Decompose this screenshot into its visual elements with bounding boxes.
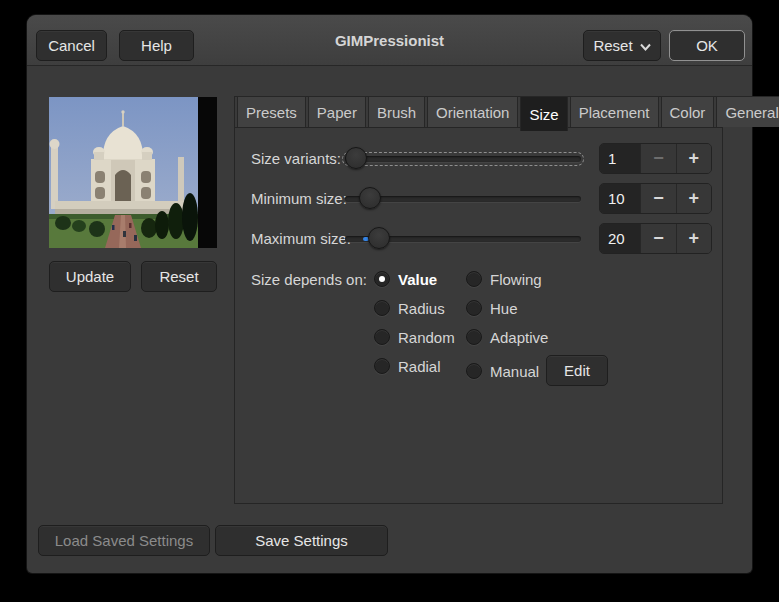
edit-button[interactable]: Edit — [546, 355, 608, 386]
radio-button-icon — [466, 363, 482, 379]
radio-flowing[interactable]: Flowing — [466, 269, 542, 289]
tab-placement[interactable]: Placement — [570, 96, 659, 127]
radio-button-icon — [374, 300, 390, 316]
preview-image — [49, 97, 217, 248]
minus-icon[interactable]: − — [640, 184, 675, 213]
radio-hue[interactable]: Hue — [466, 298, 518, 318]
tab-color[interactable]: Color — [661, 96, 715, 127]
settings-notebook: Presets Paper Brush Orientation Size Pla… — [234, 96, 723, 504]
radio-button-icon — [466, 271, 482, 287]
plus-icon[interactable]: + — [676, 144, 711, 173]
minus-icon[interactable]: − — [640, 144, 675, 173]
maximum-size-thumb[interactable] — [368, 227, 390, 249]
update-button[interactable]: Update — [49, 261, 131, 292]
maximum-size-value[interactable]: 20 — [600, 224, 640, 253]
minimum-size-value[interactable]: 10 — [600, 184, 640, 213]
minus-icon[interactable]: − — [640, 224, 675, 253]
radio-button-icon — [466, 329, 482, 345]
size-variants-thumb[interactable] — [345, 147, 367, 169]
radio-value[interactable]: Value — [374, 269, 437, 289]
reset-menu-button[interactable]: Reset — [583, 30, 661, 61]
maximum-size-label: Maximum size: — [251, 223, 351, 254]
help-button[interactable]: Help — [119, 30, 194, 61]
size-variants-spinbox: 1 − + — [599, 143, 712, 174]
radio-button-icon — [374, 329, 390, 345]
radio-radius[interactable]: Radius — [374, 298, 445, 318]
size-variants-slider[interactable] — [345, 143, 581, 174]
tab-paper[interactable]: Paper — [308, 96, 366, 127]
headerbar: GIMPressionist Cancel Help Reset OK — [27, 15, 752, 66]
plus-icon[interactable]: + — [676, 184, 711, 213]
radio-radial[interactable]: Radial — [374, 356, 441, 376]
save-settings-button[interactable]: Save Settings — [215, 525, 388, 556]
maximum-size-slider[interactable] — [345, 223, 581, 254]
focus-ring — [342, 152, 584, 166]
maximum-size-spinbox: 20 − + — [599, 223, 712, 254]
tab-bar: Presets Paper Brush Orientation Size Pla… — [235, 96, 722, 128]
cancel-button[interactable]: Cancel — [36, 30, 107, 61]
tab-size[interactable]: Size — [520, 96, 567, 131]
radio-random[interactable]: Random — [374, 327, 455, 347]
size-variants-label: Size variants: — [251, 143, 341, 174]
reset-menu-label: Reset — [593, 37, 632, 54]
radio-adaptive[interactable]: Adaptive — [466, 327, 548, 347]
radio-button-icon — [374, 358, 390, 374]
tab-orientation[interactable]: Orientation — [427, 96, 518, 127]
chevron-down-icon — [640, 37, 651, 54]
radio-button-icon — [466, 300, 482, 316]
preview-reset-button[interactable]: Reset — [141, 261, 217, 292]
tab-general[interactable]: General — [716, 96, 779, 127]
ok-button[interactable]: OK — [669, 30, 745, 61]
screen: GIMPressionist Cancel Help Reset OK — [0, 0, 779, 602]
minimum-size-thumb[interactable] — [359, 187, 381, 209]
minimum-size-spinbox: 10 − + — [599, 183, 712, 214]
gimpressionist-dialog: GIMPressionist Cancel Help Reset OK — [27, 15, 752, 573]
radio-manual[interactable]: Manual — [466, 361, 539, 381]
plus-icon[interactable]: + — [676, 224, 711, 253]
load-saved-settings-button[interactable]: Load Saved Settings — [38, 525, 210, 556]
minimum-size-slider[interactable] — [345, 183, 581, 214]
size-variants-value[interactable]: 1 — [600, 144, 640, 173]
tab-brush[interactable]: Brush — [368, 96, 425, 127]
tab-presets[interactable]: Presets — [237, 96, 306, 127]
radio-button-icon — [374, 271, 390, 287]
minimum-size-label: Minimum size: — [251, 183, 347, 214]
size-depends-label: Size depends on: — [251, 264, 367, 295]
